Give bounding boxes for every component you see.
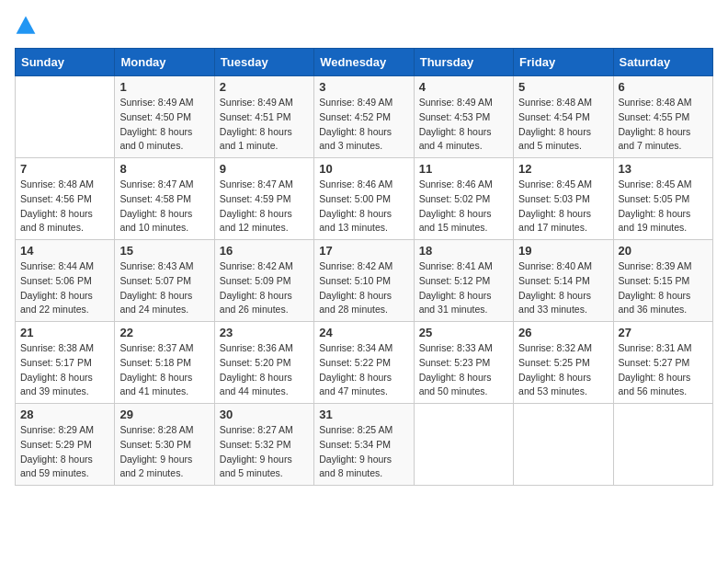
calendar-cell: 25Sunrise: 8:33 AMSunset: 5:23 PMDayligh… xyxy=(414,322,513,404)
day-number: 28 xyxy=(20,408,109,421)
day-detail: Sunrise: 8:49 AMSunset: 4:53 PMDaylight:… xyxy=(419,96,508,154)
calendar-cell: 1Sunrise: 8:49 AMSunset: 4:50 PMDaylight… xyxy=(115,76,214,158)
calendar-cell: 27Sunrise: 8:31 AMSunset: 5:27 PMDayligh… xyxy=(613,322,712,404)
day-detail: Sunrise: 8:28 AMSunset: 5:30 PMDaylight:… xyxy=(119,423,209,481)
day-detail: Sunrise: 8:33 AMSunset: 5:23 PMDaylight:… xyxy=(419,341,508,399)
day-number: 4 xyxy=(419,80,508,94)
day-detail: Sunrise: 8:46 AMSunset: 5:00 PMDaylight:… xyxy=(319,178,408,236)
day-number: 24 xyxy=(319,326,408,339)
day-number: 22 xyxy=(119,326,209,339)
day-detail: Sunrise: 8:49 AMSunset: 4:50 PMDaylight:… xyxy=(119,96,209,154)
calendar-cell: 13Sunrise: 8:45 AMSunset: 5:05 PMDayligh… xyxy=(613,158,712,240)
day-detail: Sunrise: 8:48 AMSunset: 4:55 PMDaylight:… xyxy=(619,96,708,154)
header-day-sunday: Sunday xyxy=(16,49,115,76)
day-number: 31 xyxy=(319,408,408,421)
calendar-cell: 24Sunrise: 8:34 AMSunset: 5:22 PMDayligh… xyxy=(314,322,414,404)
day-number: 5 xyxy=(518,80,608,94)
logo-icon xyxy=(15,15,37,37)
header-day-thursday: Thursday xyxy=(414,49,513,76)
logo xyxy=(15,15,40,37)
header xyxy=(15,15,713,37)
day-number: 15 xyxy=(119,244,209,258)
day-number: 1 xyxy=(119,80,209,94)
day-number: 16 xyxy=(220,244,309,258)
calendar-cell: 23Sunrise: 8:36 AMSunset: 5:20 PMDayligh… xyxy=(214,322,313,404)
day-number: 12 xyxy=(518,162,608,176)
day-number: 13 xyxy=(619,162,708,176)
day-number: 27 xyxy=(619,326,708,339)
day-detail: Sunrise: 8:45 AMSunset: 5:03 PMDaylight:… xyxy=(518,178,608,236)
calendar-cell: 14Sunrise: 8:44 AMSunset: 5:06 PMDayligh… xyxy=(16,240,115,322)
calendar-cell xyxy=(514,404,613,486)
day-detail: Sunrise: 8:39 AMSunset: 5:15 PMDaylight:… xyxy=(619,259,708,317)
calendar-cell: 29Sunrise: 8:28 AMSunset: 5:30 PMDayligh… xyxy=(115,404,214,486)
calendar-cell: 28Sunrise: 8:29 AMSunset: 5:29 PMDayligh… xyxy=(16,404,115,486)
header-day-saturday: Saturday xyxy=(613,49,712,76)
day-detail: Sunrise: 8:40 AMSunset: 5:14 PMDaylight:… xyxy=(518,259,608,317)
day-detail: Sunrise: 8:48 AMSunset: 4:56 PMDaylight:… xyxy=(20,178,109,236)
day-detail: Sunrise: 8:32 AMSunset: 5:25 PMDaylight:… xyxy=(518,341,608,399)
day-detail: Sunrise: 8:38 AMSunset: 5:17 PMDaylight:… xyxy=(20,341,109,399)
calendar-cell: 16Sunrise: 8:42 AMSunset: 5:09 PMDayligh… xyxy=(214,240,313,322)
calendar-cell: 6Sunrise: 8:48 AMSunset: 4:55 PMDaylight… xyxy=(613,76,712,158)
day-detail: Sunrise: 8:31 AMSunset: 5:27 PMDaylight:… xyxy=(619,341,708,399)
day-number: 6 xyxy=(619,80,708,94)
calendar-cell: 10Sunrise: 8:46 AMSunset: 5:00 PMDayligh… xyxy=(314,158,414,240)
calendar-cell: 26Sunrise: 8:32 AMSunset: 5:25 PMDayligh… xyxy=(514,322,613,404)
day-number: 23 xyxy=(220,326,309,339)
day-number: 7 xyxy=(20,162,109,176)
day-number: 29 xyxy=(119,408,209,421)
calendar-cell: 9Sunrise: 8:47 AMSunset: 4:59 PMDaylight… xyxy=(214,158,313,240)
day-detail: Sunrise: 8:34 AMSunset: 5:22 PMDaylight:… xyxy=(319,341,408,399)
day-number: 11 xyxy=(419,162,508,176)
day-detail: Sunrise: 8:37 AMSunset: 5:18 PMDaylight:… xyxy=(119,341,209,399)
day-detail: Sunrise: 8:45 AMSunset: 5:05 PMDaylight:… xyxy=(619,178,708,236)
day-detail: Sunrise: 8:36 AMSunset: 5:20 PMDaylight:… xyxy=(220,341,309,399)
day-number: 17 xyxy=(319,244,408,258)
week-row-1: 1Sunrise: 8:49 AMSunset: 4:50 PMDaylight… xyxy=(16,76,713,158)
calendar-cell: 19Sunrise: 8:40 AMSunset: 5:14 PMDayligh… xyxy=(514,240,613,322)
day-detail: Sunrise: 8:49 AMSunset: 4:51 PMDaylight:… xyxy=(220,96,309,154)
calendar-cell: 31Sunrise: 8:25 AMSunset: 5:34 PMDayligh… xyxy=(314,404,414,486)
header-day-wednesday: Wednesday xyxy=(314,49,414,76)
calendar-cell: 18Sunrise: 8:41 AMSunset: 5:12 PMDayligh… xyxy=(414,240,513,322)
week-row-5: 28Sunrise: 8:29 AMSunset: 5:29 PMDayligh… xyxy=(16,404,713,486)
day-number: 3 xyxy=(319,80,408,94)
day-detail: Sunrise: 8:29 AMSunset: 5:29 PMDaylight:… xyxy=(20,423,109,481)
day-number: 10 xyxy=(319,162,408,176)
day-detail: Sunrise: 8:42 AMSunset: 5:09 PMDaylight:… xyxy=(220,259,309,317)
calendar-cell: 30Sunrise: 8:27 AMSunset: 5:32 PMDayligh… xyxy=(214,404,313,486)
day-number: 14 xyxy=(20,244,109,258)
calendar-cell xyxy=(613,404,712,486)
calendar-cell: 20Sunrise: 8:39 AMSunset: 5:15 PMDayligh… xyxy=(613,240,712,322)
day-detail: Sunrise: 8:48 AMSunset: 4:54 PMDaylight:… xyxy=(518,96,608,154)
calendar-cell: 11Sunrise: 8:46 AMSunset: 5:02 PMDayligh… xyxy=(414,158,513,240)
day-number: 9 xyxy=(220,162,309,176)
day-number: 21 xyxy=(20,326,109,339)
day-number: 8 xyxy=(119,162,209,176)
day-detail: Sunrise: 8:47 AMSunset: 4:58 PMDaylight:… xyxy=(119,178,209,236)
calendar-cell: 3Sunrise: 8:49 AMSunset: 4:52 PMDaylight… xyxy=(314,76,414,158)
calendar-cell xyxy=(16,76,115,158)
day-number: 26 xyxy=(518,326,608,339)
svg-marker-0 xyxy=(17,17,36,34)
header-day-monday: Monday xyxy=(115,49,214,76)
week-row-2: 7Sunrise: 8:48 AMSunset: 4:56 PMDaylight… xyxy=(16,158,713,240)
calendar-cell: 7Sunrise: 8:48 AMSunset: 4:56 PMDaylight… xyxy=(16,158,115,240)
week-row-4: 21Sunrise: 8:38 AMSunset: 5:17 PMDayligh… xyxy=(16,322,713,404)
calendar-table: SundayMondayTuesdayWednesdayThursdayFrid… xyxy=(15,48,713,486)
day-number: 18 xyxy=(419,244,508,258)
day-number: 20 xyxy=(619,244,708,258)
day-detail: Sunrise: 8:49 AMSunset: 4:52 PMDaylight:… xyxy=(319,96,408,154)
calendar-cell: 2Sunrise: 8:49 AMSunset: 4:51 PMDaylight… xyxy=(214,76,313,158)
calendar-cell: 15Sunrise: 8:43 AMSunset: 5:07 PMDayligh… xyxy=(115,240,214,322)
day-detail: Sunrise: 8:46 AMSunset: 5:02 PMDaylight:… xyxy=(419,178,508,236)
day-detail: Sunrise: 8:41 AMSunset: 5:12 PMDaylight:… xyxy=(419,259,508,317)
header-day-friday: Friday xyxy=(514,49,613,76)
day-number: 19 xyxy=(518,244,608,258)
calendar-cell: 12Sunrise: 8:45 AMSunset: 5:03 PMDayligh… xyxy=(514,158,613,240)
calendar-cell: 4Sunrise: 8:49 AMSunset: 4:53 PMDaylight… xyxy=(414,76,513,158)
calendar-cell: 17Sunrise: 8:42 AMSunset: 5:10 PMDayligh… xyxy=(314,240,414,322)
calendar-cell: 8Sunrise: 8:47 AMSunset: 4:58 PMDaylight… xyxy=(115,158,214,240)
day-detail: Sunrise: 8:42 AMSunset: 5:10 PMDaylight:… xyxy=(319,259,408,317)
